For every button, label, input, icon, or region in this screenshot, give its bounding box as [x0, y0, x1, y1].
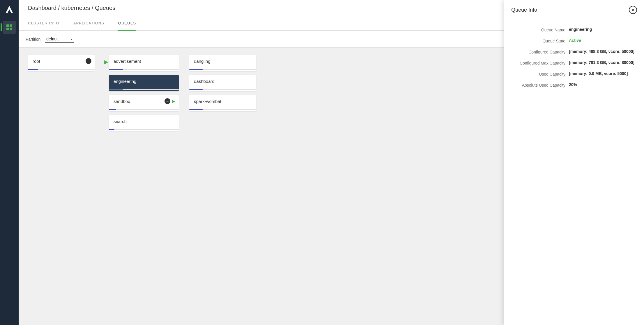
queue-info-panel: Queue Info ✕ Queue Name: engineering Que…	[504, 0, 644, 325]
queue-card-engineering[interactable]: engineering	[109, 75, 179, 91]
svg-rect-2	[6, 24, 9, 27]
root-collapse-btn[interactable]: −	[86, 58, 91, 64]
tab-applications[interactable]: APPLICATIONS	[73, 16, 104, 31]
info-row-configured-capacity: Configured Capacity: [memory: 488.3 GB, …	[511, 49, 637, 54]
info-row-absolute-used-capacity: Absolute Used Capacity: 20%	[511, 82, 637, 88]
queue-card-dangling[interactable]: dangling	[189, 55, 256, 71]
sidebar-logo	[3, 3, 15, 15]
engineering-name: engineering	[114, 79, 174, 87]
queue-card-dashboard[interactable]: dashboard	[189, 75, 256, 91]
partition-select[interactable]: default	[45, 35, 74, 43]
queue-card-spark-wombat[interactable]: spark-wombat	[189, 95, 256, 111]
absolute-used-capacity-label: Absolute Used Capacity:	[511, 82, 567, 88]
advertisement-name: advertisement	[114, 59, 174, 67]
queue-name-value: engineering	[569, 27, 592, 32]
used-capacity-label: Used Capacity:	[511, 71, 567, 76]
sidebar	[0, 0, 19, 325]
queue-info-body: Queue Name: engineering Queue State: Act…	[504, 20, 644, 100]
sandbox-bar-fill	[109, 109, 116, 110]
root-arrow: ▶	[104, 59, 109, 65]
dangling-bar-fill	[189, 69, 203, 70]
info-row-used-capacity: Used Capacity: [memory: 0.0 MB, vcore: 5…	[511, 71, 637, 76]
search-bar-fill	[109, 129, 114, 130]
queue-state-value: Active	[569, 38, 581, 43]
tab-cluster-info[interactable]: CLUSTER INFO	[28, 16, 59, 31]
absolute-used-capacity-value: 20%	[569, 82, 577, 87]
sandbox-expand-arrow[interactable]: ▶	[172, 99, 175, 103]
partition-label: Partition:	[26, 37, 42, 42]
queue-card-search[interactable]: search	[109, 115, 179, 131]
info-row-queue-state: Queue State: Active	[511, 38, 637, 43]
queue-info-header: Queue Info ✕	[504, 0, 644, 20]
advertisement-bar	[109, 69, 179, 70]
advertisement-bar-fill	[109, 69, 123, 70]
active-indicator	[1, 23, 2, 31]
configured-max-capacity-label: Configured Max Capacity:	[511, 60, 567, 65]
root-bar	[28, 69, 95, 70]
dangling-bar	[189, 69, 256, 70]
root-bar-fill	[28, 69, 38, 70]
search-name: search	[114, 119, 174, 127]
sidebar-nav-dashboard[interactable]	[3, 21, 16, 34]
queue-state-label: Queue State:	[511, 38, 567, 43]
queue-info-title: Queue Info	[511, 7, 537, 13]
close-button[interactable]: ✕	[629, 6, 637, 14]
tab-queues[interactable]: QUEUES	[118, 16, 136, 31]
info-row-configured-max-capacity: Configured Max Capacity: [memory: 781.3 …	[511, 60, 637, 65]
root-column: − root	[28, 55, 104, 71]
partition-select-wrapper: default	[45, 35, 74, 43]
spark-wombat-bar	[189, 109, 256, 110]
queue-card-sandbox[interactable]: − ▶ sandbox	[109, 95, 179, 111]
dangling-name: dangling	[194, 59, 252, 67]
svg-rect-5	[10, 28, 12, 30]
queue-name-label: Queue Name:	[511, 27, 567, 32]
configured-max-capacity-value: [memory: 781.3 GB, vcore: 80000]	[569, 60, 634, 65]
sandbox-collapse-btn[interactable]: −	[164, 98, 170, 104]
svg-rect-4	[6, 28, 9, 30]
root-expand-arrow[interactable]: ▶	[104, 59, 108, 65]
level1-column: advertisement engineering − ▶	[109, 55, 185, 131]
queue-card-advertisement[interactable]: advertisement	[109, 55, 179, 71]
engineering-bar	[109, 89, 179, 90]
spark-wombat-name: spark-wombat	[194, 99, 252, 107]
dashboard-bar-fill	[189, 89, 203, 90]
queue-card-root[interactable]: − root	[28, 55, 95, 71]
info-row-queue-name: Queue Name: engineering	[511, 27, 637, 32]
svg-rect-3	[10, 24, 12, 27]
root-name: root	[33, 59, 90, 67]
dashboard-bar	[189, 89, 256, 90]
sandbox-controls: − ▶	[164, 98, 175, 104]
used-capacity-value: [memory: 0.0 MB, vcore: 5000]	[569, 71, 628, 76]
sandbox-bar	[109, 109, 179, 110]
level2-column: dangling dashboard spark-wombat	[189, 55, 259, 111]
configured-capacity-label: Configured Capacity:	[511, 49, 567, 54]
engineering-bar-fill	[109, 89, 123, 90]
dashboard-name: dashboard	[194, 79, 252, 87]
configured-capacity-value: [memory: 488.3 GB, vcore: 50000]	[569, 49, 634, 54]
spark-wombat-bar-fill	[189, 109, 203, 110]
search-bar	[109, 129, 179, 130]
breadcrumb: Dashboard / kubernetes / Queues	[28, 5, 115, 11]
root-controls: −	[86, 58, 91, 64]
